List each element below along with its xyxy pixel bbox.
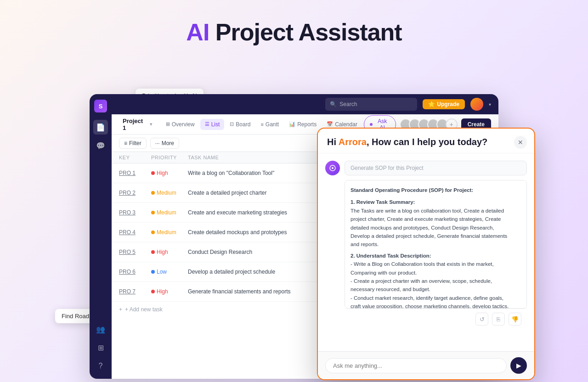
sidebar: S 📄 💬 👥 ⊞ ? (90, 94, 112, 379)
priority-badge-pro1: High (151, 170, 188, 176)
priority-badge-pro5: High (151, 249, 188, 255)
col-key: Key (119, 155, 151, 160)
priority-dot-high (151, 290, 155, 293)
priority-dot-high (151, 250, 155, 254)
ai-chat-panel: Hi Arrora, How can I help you today? ✕ G… (317, 128, 535, 380)
chat-close-button[interactable]: ✕ (514, 136, 527, 149)
gantt-icon: ≡ (260, 122, 263, 127)
user-avatar[interactable] (470, 98, 483, 111)
chat-user-name: Arrora (339, 137, 367, 147)
priority-dot-low (151, 270, 155, 274)
sidebar-icon-help[interactable]: ? (93, 359, 108, 373)
more-button[interactable]: ··· More (150, 138, 179, 149)
priority-badge-pro7: High (151, 288, 188, 295)
chat-response: Standard Operating Procedure (SOP) for P… (345, 180, 527, 309)
sidebar-icon-chat[interactable]: 💬 (93, 138, 108, 153)
tab-reports[interactable]: 📊 Reports (284, 119, 321, 130)
calendar-icon: 📅 (327, 121, 333, 127)
upgrade-button[interactable]: ⭐ Upgrade (423, 99, 465, 109)
search-icon: 🔍 (330, 101, 337, 107)
col-priority: Priority (151, 155, 188, 160)
chat-input-area: ▶ (318, 351, 534, 379)
priority-dot-medium (151, 230, 155, 234)
search-bar[interactable]: 🔍 Search (325, 98, 417, 111)
chat-message-content: Generate SOP for this Project Standard O… (345, 161, 527, 344)
chat-send-button[interactable]: ▶ (510, 357, 527, 374)
page-header: AI Project Assistant (0, 0, 588, 60)
task-key-pro6[interactable]: PRO 6 (119, 269, 151, 275)
sidebar-icon-docs[interactable]: 📄 (93, 120, 108, 135)
chat-messages: Generate SOP for this Project Standard O… (318, 153, 534, 351)
priority-badge-pro3: Medium (151, 209, 188, 216)
sidebar-icon-grid[interactable]: ⊞ (93, 340, 108, 355)
board-icon: ⊡ (230, 121, 234, 127)
page-title: AI Project Assistant (0, 18, 588, 46)
project-chevron-icon: ▾ (150, 122, 152, 127)
chat-dislike-button[interactable]: 👎 (509, 313, 521, 326)
top-nav: 🔍 Search ⭐ Upgrade ▾ (112, 94, 498, 114)
user-chevron-icon[interactable]: ▾ (489, 102, 491, 107)
chat-header: Hi Arrora, How can I help you today? ✕ (318, 129, 534, 153)
task-key-pro4[interactable]: PRO 4 (119, 229, 151, 236)
send-icon: ▶ (516, 362, 521, 369)
priority-badge-pro2: Medium (151, 190, 188, 196)
priority-dot-medium (151, 211, 155, 214)
svg-point-2 (332, 167, 334, 169)
tab-gantt[interactable]: ≡ Gantt (256, 119, 283, 130)
chat-response-text: Standard Operating Procedure (SOP) for P… (351, 186, 521, 309)
chat-ai-icon (325, 161, 340, 175)
priority-dot-high (151, 171, 155, 175)
task-key-pro2[interactable]: PRO 2 (119, 190, 151, 196)
list-icon: ☰ (205, 121, 209, 127)
filter-icon: ≡ (124, 140, 127, 146)
reports-icon: 📊 (289, 121, 295, 127)
chat-copy-button[interactable]: ⎘ (492, 313, 505, 326)
filter-button[interactable]: ≡ Filter (119, 138, 147, 149)
task-key-pro5[interactable]: PRO 5 (119, 249, 151, 255)
task-key-pro7[interactable]: PRO 7 (119, 288, 151, 295)
tab-list[interactable]: ☰ List (200, 119, 225, 130)
task-key-pro3[interactable]: PRO 3 (119, 209, 151, 216)
tab-overview[interactable]: ⊞ Overview (161, 119, 199, 130)
priority-badge-pro4: Medium (151, 229, 188, 236)
priority-dot-medium (151, 191, 155, 195)
add-task-icon: + (119, 306, 122, 313)
tab-board[interactable]: ⊡ Board (225, 119, 255, 130)
sidebar-icon-people[interactable]: 👥 (93, 322, 108, 337)
chat-refresh-button[interactable]: ↺ (475, 313, 488, 326)
chat-input[interactable] (325, 358, 507, 373)
ai-dot-icon (370, 123, 373, 126)
project-selector[interactable]: Project 1 ▾ (119, 116, 156, 133)
priority-badge-pro6: Low (151, 269, 188, 275)
sidebar-logo: S (94, 100, 107, 112)
more-icon: ··· (155, 140, 160, 146)
overview-icon: ⊞ (166, 121, 170, 127)
chat-greeting: Hi Arrora, How can I help you today? (327, 137, 525, 147)
ai-text: AI (186, 19, 209, 45)
chat-prompt-display: Generate SOP for this Project (345, 161, 527, 175)
chat-actions: ↺ ⎘ 👎 (345, 309, 527, 329)
task-key-pro1[interactable]: PRO 1 (119, 170, 151, 176)
